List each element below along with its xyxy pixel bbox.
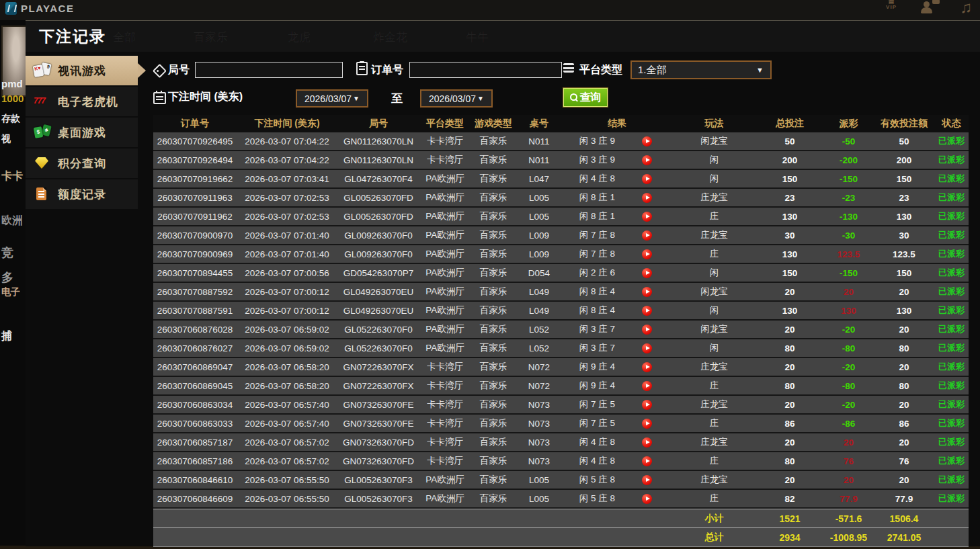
cell-round-id: GN072263070FX [337, 362, 419, 372]
cell-valid-bet: 80 [874, 343, 934, 353]
cell-total-bet: 23 [756, 193, 823, 203]
table-games-icon: ♣$ [34, 124, 51, 140]
cell-table-no: N073 [516, 456, 562, 466]
cell-status: 已派彩 [934, 173, 969, 185]
date-from-select[interactable]: 2026/03/07 ▼ [296, 89, 368, 108]
footer-payout: -1008.95 [823, 532, 874, 543]
sidebar-item-桌面游戏[interactable]: ♣$桌面游戏 [26, 118, 138, 147]
replay-icon[interactable] [642, 212, 652, 222]
footer-total-bet: 1521 [756, 513, 823, 524]
replay-icon[interactable] [642, 325, 652, 335]
replay-icon[interactable] [642, 494, 652, 504]
replay-icon[interactable] [642, 400, 652, 410]
ghost-tab: 全部 [113, 21, 136, 54]
cell-bet-time: 2026-03-07 06:55:50 [237, 475, 337, 485]
replay-icon[interactable] [642, 287, 652, 297]
result-text: 闲 3 庄 7 [562, 342, 632, 354]
sidebar-item-视讯游戏[interactable]: 9K♥视讯游戏 [26, 56, 138, 85]
cell-order-id: 260307070887592 [153, 287, 237, 297]
cell-table-no: N072 [516, 362, 562, 372]
table-row: 2603070608760282026-03-07 06:59:02GL0522… [153, 321, 969, 339]
table-row: 2603070608690472026-03-07 06:58:20GN0722… [153, 358, 969, 377]
cell-payout: -86 [823, 419, 874, 429]
replay-icon[interactable] [642, 174, 652, 184]
cell-status: 已派彩 [934, 455, 969, 467]
replay-icon[interactable] [642, 230, 652, 241]
column-header: 结果 [562, 118, 672, 130]
cell-bet-method: 庄 [672, 210, 756, 222]
replay-icon[interactable] [642, 475, 652, 485]
background-menu-fragment: 竞 [1, 245, 13, 261]
replay-icon[interactable] [642, 456, 652, 466]
cell-bet-method: 庄 [672, 493, 756, 505]
replay-icon[interactable] [642, 193, 652, 203]
slot-777-icon: 777 [34, 93, 51, 110]
cell-status: 已派彩 [934, 135, 969, 147]
cell-payout: 123.5 [823, 249, 874, 259]
replay-icon[interactable] [642, 136, 652, 146]
replay-button-wrap [632, 343, 661, 353]
sidebar-item-积分查询[interactable]: 积分查询 [26, 149, 138, 178]
cell-game-type: 百家乐 [471, 286, 516, 298]
playace-logo[interactable]: PLAYACE [5, 2, 74, 15]
sidebar-item-额度记录[interactable]: 额度记录 [26, 179, 138, 209]
date-to-separator: 至 [391, 91, 403, 106]
sidebar-item-电子老虎机[interactable]: 777电子老虎机 [26, 87, 138, 116]
cell-game-type: 百家乐 [471, 210, 516, 222]
replay-icon[interactable] [642, 437, 652, 448]
cell-platform: PA欧洲厅 [419, 493, 471, 505]
table-row: 2603070708875922026-03-07 07:00:12GL0492… [153, 283, 969, 302]
replay-button-wrap [632, 155, 661, 165]
result-text: 闲 5 庄 8 [562, 474, 632, 486]
background-menu-fragment: 欧洲 [1, 214, 23, 228]
vip-icon[interactable]: ♛ VIP [886, 0, 897, 17]
cell-platform: PA欧洲厅 [419, 286, 471, 298]
table-row: 2603070709119622026-03-07 07:02:53GL0052… [153, 208, 969, 226]
table-row: 2603070608630342026-03-07 06:57:40GN0732… [153, 396, 969, 415]
cell-valid-bet: 20 [874, 437, 934, 448]
cell-status: 已派彩 [934, 380, 969, 392]
cell-order-id: 260307070894455 [153, 268, 237, 278]
result-text: 闲 4 庄 8 [562, 455, 632, 467]
replay-icon[interactable] [642, 419, 652, 429]
sidebar-item-label: 积分查询 [58, 156, 106, 171]
cell-bet-time: 2026-03-07 07:03:41 [237, 174, 337, 184]
result-text: 闲 4 庄 8 [562, 436, 632, 448]
cell-order-id: 260307060863034 [153, 400, 237, 410]
replay-icon[interactable] [642, 268, 652, 278]
cell-table-no: L009 [516, 249, 562, 259]
screen: PLAYACE ♛ VIP ♫ pmd 1000 存款视卡卡欧洲竞多电子捕 全部… [0, 0, 980, 549]
search-button[interactable]: 查询 [563, 88, 608, 107]
platform-select[interactable]: 1.全部 ▼ [630, 60, 772, 79]
order-id-input[interactable] [409, 62, 562, 78]
replay-icon[interactable] [642, 343, 652, 353]
ghost-tab: 龙虎 [288, 21, 311, 54]
date-to-select[interactable]: 2026/03/07 ▼ [420, 89, 493, 108]
cell-total-bet: 86 [756, 419, 823, 429]
replay-icon[interactable] [642, 306, 652, 316]
cell-bet-time: 2026-03-07 07:02:53 [237, 212, 337, 222]
cell-table-no: N011 [516, 136, 562, 146]
customer-service-icon[interactable] [920, 0, 937, 15]
cell-payout: -80 [823, 343, 874, 353]
cell-payout: -20 [823, 325, 874, 335]
replay-icon[interactable] [642, 381, 652, 391]
replay-icon[interactable] [642, 155, 652, 165]
cell-total-bet: 150 [756, 174, 823, 184]
cell-game-type: 百家乐 [471, 323, 516, 335]
replay-icon[interactable] [642, 249, 652, 259]
cell-payout: -20 [823, 362, 874, 372]
cell-result: 闲 5 庄 8 [562, 474, 672, 486]
table-row: 2603070608690452026-03-07 06:58:20GN0722… [153, 377, 969, 396]
cell-total-bet: 80 [756, 381, 823, 391]
clipboard-icon [356, 62, 368, 75]
cell-round-id: GL049263070EU [337, 287, 419, 297]
cell-payout: -50 [823, 136, 874, 146]
cell-bet-time: 2026-03-07 07:04:22 [237, 155, 337, 165]
replay-icon[interactable] [642, 362, 652, 372]
music-icon[interactable]: ♫ [960, 0, 972, 17]
cell-round-id: GL052263070F0 [337, 343, 419, 353]
cell-round-id: GN011263070LN [337, 155, 419, 165]
round-id-input[interactable] [195, 62, 343, 78]
cell-status: 已派彩 [934, 493, 969, 505]
